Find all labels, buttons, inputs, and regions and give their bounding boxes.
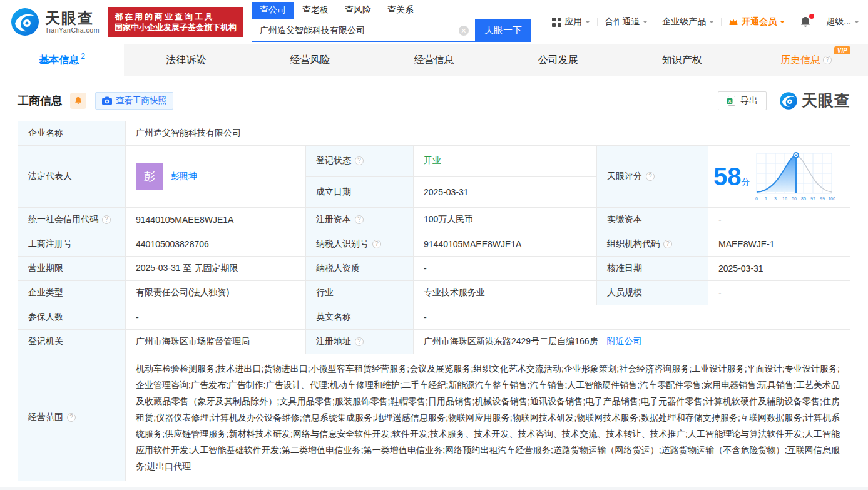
- table-row: 法定代表人 彭 彭照坤 登记状态? 开业 天眼评分? 58分: [18, 146, 850, 177]
- search-button[interactable]: 天眼一下: [476, 19, 531, 42]
- section-header: 工商信息 查看工商快照 X 导出: [18, 90, 850, 111]
- search-tab-risk[interactable]: 查风险: [337, 2, 379, 19]
- tab-history-info-label: 历史信息: [780, 54, 820, 67]
- export-button[interactable]: X 导出: [718, 91, 767, 110]
- status-badge: 开业: [424, 155, 441, 165]
- vip-badge: VIP: [834, 46, 850, 54]
- divider: [597, 18, 598, 26]
- tab-intellectual-property[interactable]: 知识产权: [620, 44, 744, 76]
- field-value-legal-rep: 彭 彭照坤: [126, 146, 306, 208]
- section-divider: [0, 487, 868, 490]
- nearby-companies-link[interactable]: 附近公司: [606, 336, 641, 346]
- section-title: 工商信息: [18, 93, 63, 108]
- tianyancha-logo-icon: [779, 91, 798, 110]
- watermark-logo: 天眼查: [779, 90, 850, 111]
- business-snapshot-button[interactable]: 查看工商快照: [95, 92, 173, 110]
- search-tab-boss[interactable]: 查老板: [294, 2, 337, 19]
- divider: [721, 18, 722, 26]
- svg-text:X: X: [728, 98, 731, 104]
- tab-legal-label: 法律诉讼: [166, 54, 206, 67]
- field-value-business-scope: 机动车检验检测服务;技术进出口;货物进出口;小微型客车租赁经营服务;会议及展览服…: [126, 354, 850, 481]
- field-value-org-code: MAEE8WJE-1: [708, 232, 850, 257]
- field-label-establish-date: 成立日期: [306, 176, 414, 208]
- field-label-org-code: 组织机构代码?: [597, 232, 708, 257]
- avatar[interactable]: 彭: [136, 163, 163, 190]
- help-icon[interactable]: ?: [372, 240, 381, 248]
- nav-apps-label: 应用: [564, 16, 582, 28]
- svg-text:97: 97: [810, 197, 815, 201]
- help-icon[interactable]: ?: [823, 56, 832, 64]
- subscribe-bell-button[interactable]: [70, 93, 86, 109]
- export-label: 导出: [740, 95, 758, 106]
- help-icon[interactable]: ?: [355, 156, 364, 165]
- notifications-bell[interactable]: [799, 16, 812, 28]
- chevron-down-icon: [585, 21, 590, 26]
- nav-vip[interactable]: 开通会员: [728, 16, 785, 28]
- table-row: 工商注册号 440105003828706 纳税人识别号? 91440105MA…: [18, 232, 850, 257]
- app-grid-icon: [552, 18, 561, 27]
- help-icon[interactable]: ?: [355, 337, 364, 346]
- tab-company-development-label: 公司发展: [538, 54, 578, 67]
- svg-text:1: 1: [765, 197, 767, 201]
- nav-partner[interactable]: 合作通道: [605, 16, 648, 28]
- nav-apps[interactable]: 应用: [552, 16, 590, 28]
- divider: [792, 18, 792, 26]
- tab-operation-info[interactable]: 经营信息: [372, 44, 496, 76]
- field-value-company-type: 有限责任公司(法人独资): [126, 281, 306, 305]
- tab-basic-info-label: 基本信息: [39, 54, 79, 67]
- field-value-taxpayer-id: 91440105MAEE8WJE1A: [414, 232, 597, 257]
- search-tab-company[interactable]: 查公司: [252, 2, 294, 19]
- field-label-taxpayer-qual: 纳税人资质: [306, 257, 414, 281]
- divider: [655, 18, 655, 26]
- field-value-reg-number: 440105003828706: [126, 232, 306, 257]
- field-value-reg-status: 开业: [414, 146, 597, 177]
- bell-icon: [74, 96, 83, 105]
- help-icon[interactable]: ?: [663, 240, 672, 248]
- field-value-staff-size: -: [708, 281, 850, 305]
- camera-icon: [102, 96, 112, 105]
- legal-rep-link[interactable]: 彭照坤: [171, 171, 197, 182]
- score-unit: 分: [742, 177, 750, 187]
- tab-operation-risk-label: 经营风险: [290, 54, 330, 67]
- excel-icon: X: [727, 96, 737, 106]
- tab-basic-info[interactable]: 基本信息 2: [0, 44, 124, 76]
- table-row: 营业期限 2025-03-31 至 无固定期限 纳税人资质 - 核准日期 202…: [18, 257, 850, 281]
- search-tab-relation[interactable]: 查关系: [379, 2, 422, 19]
- field-value-reg-address: 广州市海珠区新港东路2429号二层自编166房 附近公司: [414, 330, 850, 354]
- tab-operation-risk[interactable]: 经营风险: [248, 44, 372, 76]
- nav-enterprise[interactable]: 企业级产品: [662, 16, 714, 28]
- field-label-reg-capital: 注册资本?: [306, 208, 414, 232]
- field-value-taxpayer-qual: -: [414, 257, 597, 281]
- nav-user[interactable]: 超级...: [826, 16, 859, 28]
- tab-company-development[interactable]: 公司发展: [496, 44, 620, 76]
- page-tab-bar: 基本信息 2 法律诉讼 经营风险 经营信息 公司发展 知识产权 VIP 历史信息…: [0, 44, 868, 76]
- field-label-paid-capital: 实缴资本: [597, 208, 708, 232]
- help-icon[interactable]: ?: [355, 215, 364, 224]
- slogan-line2: 国家中小企业发展子基金旗下机构: [115, 22, 237, 33]
- tab-history-info[interactable]: VIP 历史信息 ?: [744, 44, 868, 76]
- logo-domain: TianYanCha.com: [45, 26, 100, 34]
- search-block: 查公司 查老板 查风险 查关系 广州造父智能科技有限公司 ✕ 天眼一下: [252, 2, 531, 42]
- field-value-credit-code: 91440105MAEE8WJE1A: [126, 208, 306, 232]
- field-value-establish-date: 2025-03-31: [414, 176, 597, 208]
- help-icon[interactable]: ?: [102, 215, 111, 224]
- field-value-reg-authority: 广州市海珠区市场监督管理局: [126, 330, 306, 354]
- svg-text:85: 85: [801, 197, 806, 201]
- help-icon[interactable]: ?: [646, 172, 655, 181]
- tab-operation-info-label: 经营信息: [414, 54, 454, 67]
- tab-legal[interactable]: 法律诉讼: [124, 44, 248, 76]
- help-icon[interactable]: ?: [67, 413, 76, 422]
- search-input[interactable]: 广州造父智能科技有限公司 ✕: [252, 19, 476, 42]
- clear-icon[interactable]: ✕: [459, 26, 469, 36]
- svg-text:100: 100: [828, 197, 835, 201]
- table-row: 经营范围? 机动车检验检测服务;技术进出口;货物进出口;小微型客车租赁经营服务;…: [18, 354, 850, 481]
- chevron-down-icon: [643, 21, 648, 26]
- field-label-score: 天眼评分?: [597, 146, 708, 208]
- nav-user-label: 超级...: [826, 16, 851, 28]
- main-content: 工商信息 查看工商快照 X 导出: [0, 76, 868, 481]
- table-row: 企业类型 有限责任公司(法人独资) 行业 专业技术服务业 人员规模 -: [18, 281, 850, 305]
- field-value-industry: 专业技术服务业: [414, 281, 597, 305]
- tianyancha-logo[interactable]: 天眼查 TianYanCha.com: [10, 7, 100, 37]
- field-label-staff-size: 人员规模: [597, 281, 708, 305]
- svg-text:16: 16: [782, 197, 787, 201]
